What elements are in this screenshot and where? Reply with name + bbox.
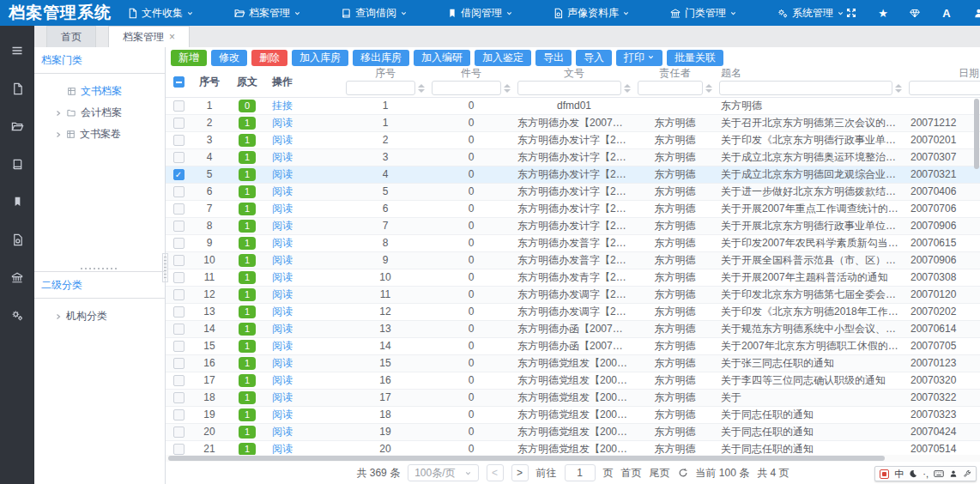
- table-row[interactable]: 16 1 阅读 15 0 东方明德党组发【2007】02号 东方明德 关于张三同…: [166, 354, 980, 372]
- row-checkbox[interactable]: [173, 255, 185, 266]
- media-library-icon[interactable]: [0, 221, 34, 258]
- nav-item-file-collect[interactable]: 文件收集: [127, 6, 194, 21]
- row-action-link[interactable]: 阅读: [272, 426, 293, 438]
- ime-lang-toggle[interactable]: 中: [894, 468, 904, 481]
- horizontal-scrollbar[interactable]: [166, 455, 980, 462]
- filter-input-responsible[interactable]: [638, 81, 703, 95]
- sort-buttons[interactable]: [895, 84, 902, 93]
- last-page-button[interactable]: 尾页: [650, 466, 670, 481]
- table-row[interactable]: 4 1 阅读 3 0 东方明德办发计字【2007】10号 东方明德 关于成立北京…: [166, 148, 980, 166]
- table-row[interactable]: 11 1 阅读 10 0 东方明德办发青字【2007】8号 东方明德 关于开展2…: [166, 269, 980, 286]
- import-button[interactable]: 导入: [576, 50, 612, 66]
- batch-link-button[interactable]: 批量关联: [667, 50, 723, 66]
- borrow-manage-icon[interactable]: [0, 183, 34, 221]
- table-row[interactable]: 1 0 挂接 1 0 dfmd01 东方明德: [166, 97, 980, 114]
- table-row[interactable]: 19 1 阅读 18 0 东方明德党组发【2007】10号 东方明德 关于同志任…: [166, 406, 980, 423]
- first-page-button[interactable]: 首页: [621, 466, 642, 481]
- user-icon[interactable]: [971, 6, 980, 20]
- nav-item-category-manage[interactable]: 门类管理: [669, 6, 737, 21]
- fullscreen-icon[interactable]: [844, 6, 858, 20]
- row-checkbox[interactable]: [173, 444, 185, 455]
- table-row[interactable]: 7 1 阅读 6 0 东方明德办发计字【2007】27号 东方明德 关于开展20…: [166, 200, 980, 217]
- table-row[interactable]: 20 1 阅读 19 0 东方明德党组发【2007】16号 东方明德 关于同志任…: [166, 423, 980, 440]
- row-checkbox[interactable]: [173, 221, 185, 232]
- row-action-link[interactable]: 阅读: [272, 340, 293, 352]
- tree-item-document-archive[interactable]: 文书档案: [34, 81, 165, 102]
- table-row[interactable]: 21 1 阅读 20 0 东方明德党组发【2007】18号 东方明德 关于同志任…: [166, 440, 980, 455]
- ime-punct-toggle[interactable]: ·,: [923, 469, 929, 479]
- table-row[interactable]: 2 1 阅读 1 0 东方明德办发【2007】43号 东方明德 关于召开北京东方…: [166, 114, 980, 131]
- row-action-link[interactable]: 阅读: [272, 374, 293, 386]
- table-row[interactable]: 12 1 阅读 11 0 东方明德办发调字【2007】3号 东方明德 关于印发北…: [166, 286, 980, 303]
- table-row[interactable]: 10 1 阅读 9 0 东方明德办发普字【2007】32号 东方明德 关于开展全…: [166, 251, 980, 269]
- ime-logo-icon[interactable]: [880, 469, 889, 479]
- next-page-button[interactable]: >: [511, 464, 529, 481]
- nav-item-query-borrow[interactable]: 查询借阅: [341, 6, 408, 21]
- row-checkbox[interactable]: [173, 306, 185, 318]
- tab-home[interactable]: 首页: [46, 26, 96, 47]
- chevron-right-icon[interactable]: [55, 110, 62, 117]
- system-manage-icon[interactable]: [0, 296, 34, 334]
- row-checkbox[interactable]: [173, 203, 185, 215]
- add-to-appraisal-button[interactable]: 加入鉴定: [475, 50, 531, 66]
- sort-buttons[interactable]: [418, 84, 425, 93]
- ime-user-icon[interactable]: [949, 469, 958, 478]
- table-row[interactable]: 14 1 阅读 13 0 东方明德办函【2007】53号 东方明德 关于规范东方…: [166, 320, 980, 337]
- row-action-link[interactable]: 阅读: [272, 323, 293, 335]
- chevron-right-icon[interactable]: [55, 313, 62, 320]
- row-checkbox[interactable]: [173, 375, 185, 386]
- nav-item-media-library[interactable]: 声像资料库: [553, 6, 630, 21]
- row-action-link[interactable]: 阅读: [272, 185, 293, 197]
- row-checkbox[interactable]: [173, 427, 185, 438]
- row-checkbox[interactable]: [173, 289, 185, 300]
- row-action-link[interactable]: 阅读: [272, 220, 293, 232]
- ime-keyboard-icon[interactable]: [934, 469, 944, 478]
- row-checkbox[interactable]: [173, 324, 185, 335]
- add-to-research-button[interactable]: 加入编研: [414, 50, 470, 66]
- row-action-link[interactable]: 阅读: [272, 391, 293, 403]
- star-icon[interactable]: ★: [876, 6, 890, 20]
- table-row[interactable]: 15 1 阅读 14 0 东方明德办函【2007】59号 东方明德 关于2007…: [166, 337, 980, 354]
- row-action-link[interactable]: 阅读: [272, 288, 293, 300]
- ime-wrench-icon[interactable]: [963, 469, 971, 478]
- row-action-link[interactable]: 阅读: [272, 151, 293, 163]
- row-action-link[interactable]: 阅读: [272, 357, 293, 369]
- add-button[interactable]: 新增: [171, 50, 207, 66]
- filter-input-seq[interactable]: [346, 81, 415, 95]
- font-size-icon[interactable]: A: [940, 6, 953, 20]
- print-button[interactable]: 打印: [616, 50, 662, 66]
- table-row[interactable]: ✓ 5 1 阅读 4 0 东方明德办发计字【2007】11号 东方明德 关于成立…: [166, 166, 980, 183]
- filter-input-date[interactable]: [909, 81, 980, 95]
- row-checkbox[interactable]: [173, 100, 185, 112]
- row-checkbox[interactable]: [173, 118, 185, 129]
- edit-button[interactable]: 修改: [211, 50, 247, 66]
- panel-splitter[interactable]: [34, 266, 165, 271]
- horizontal-scrollbar-thumb[interactable]: [168, 456, 885, 461]
- row-checkbox[interactable]: [173, 392, 185, 403]
- sort-buttons[interactable]: [624, 84, 631, 93]
- row-action-link[interactable]: 阅读: [272, 271, 293, 283]
- vertical-scrollbar[interactable]: [974, 99, 979, 452]
- row-action-link[interactable]: 阅读: [272, 443, 293, 455]
- ime-moon-icon[interactable]: [909, 469, 917, 478]
- menu-toggle-icon[interactable]: [0, 32, 34, 70]
- tree-item-document-folder[interactable]: 文书案卷: [34, 124, 165, 145]
- export-button[interactable]: 导出: [535, 50, 572, 66]
- select-all-checkbox[interactable]: [173, 76, 185, 88]
- row-action-link[interactable]: 阅读: [272, 237, 293, 249]
- tree-item-org-category[interactable]: 机构分类: [34, 306, 165, 327]
- table-row[interactable]: 3 1 阅读 2 0 东方明德办发计字【2007】4号 东方明德 关于印发《北京…: [166, 131, 980, 148]
- close-icon[interactable]: ×: [169, 31, 175, 43]
- row-checkbox[interactable]: ✓: [173, 169, 185, 180]
- row-checkbox[interactable]: [173, 152, 185, 163]
- row-checkbox[interactable]: [173, 358, 185, 369]
- table-row[interactable]: 9 1 阅读 8 0 东方明德办发普字【2007】25号 东方明德 关于印发20…: [166, 234, 980, 251]
- row-checkbox[interactable]: [173, 341, 185, 352]
- table-row[interactable]: 17 1 阅读 16 0 东方明德党组发【2007】08号 东方明德 关于李四等…: [166, 372, 980, 389]
- row-action-link[interactable]: 阅读: [272, 117, 293, 129]
- page-number-input[interactable]: [565, 464, 596, 481]
- query-borrow-icon[interactable]: [0, 145, 34, 183]
- row-checkbox[interactable]: [173, 135, 185, 146]
- row-checkbox[interactable]: [173, 272, 185, 283]
- table-row[interactable]: 8 1 阅读 7 0 东方明德办发计字【2007】33号 东方明德 关于开展北京…: [166, 217, 980, 234]
